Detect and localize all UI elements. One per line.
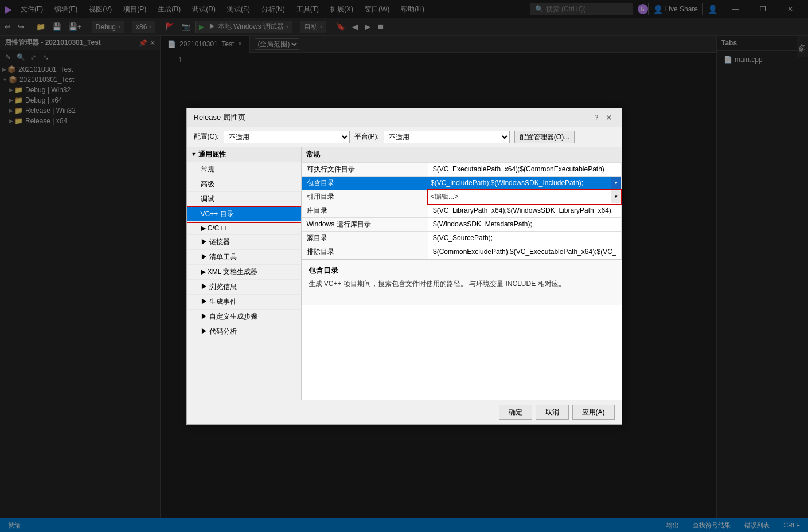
prop-row-exclude-dirs[interactable]: 排除目录 $(CommonExcludePath);$(VC_Executabl… (302, 245, 621, 259)
expand-icon-xml: ▶ (201, 268, 208, 276)
prop-row-ref-dirs[interactable]: 引用目录 <编辑...> ▾ (302, 190, 621, 204)
prop-name-include-dirs: 包含目录 (302, 176, 428, 190)
tree-item-browse-label: 浏览信息 (209, 283, 237, 291)
property-description: 包含目录 生成 VC++ 项目期间，搜索包含文件时使用的路径。 与环境变量 IN… (302, 259, 622, 305)
ref-dirs-value: <编辑...> (428, 191, 611, 203)
tree-item-vc-dirs[interactable]: VC++ 目录 (187, 207, 301, 222)
expand-icon-linker: ▶ (201, 238, 209, 246)
modal-titlebar: Release 屈性页 ? ✕ (187, 108, 622, 127)
prop-name-exclude-dirs: 排除目录 (302, 245, 428, 259)
modal-overlay[interactable]: Release 屈性页 ? ✕ 配置(C): 不适用 平台(P): 不适用 配置… (0, 0, 808, 532)
config-dropdown[interactable]: 不适用 (224, 131, 350, 143)
tree-item-manifest[interactable]: ▶ 清单工具 (187, 250, 301, 265)
prop-row-win-rt-dirs[interactable]: Windows 运行库目录 $(WindowsSDK_MetadataPath)… (302, 217, 621, 231)
tree-item-advanced-label: 高级 (201, 180, 214, 188)
ref-dirs-edit-cell: <编辑...> ▾ (428, 190, 621, 203)
prop-value-include-dirs[interactable]: $(VC_IncludePath);$(WindowsSDK_IncludePa… (428, 176, 622, 190)
group-arrow: ▼ (192, 151, 197, 157)
prop-value-ref-dirs[interactable]: <编辑...> ▾ (428, 190, 622, 204)
tree-item-cpp-label: C/C++ (208, 224, 228, 232)
prop-row-lib-dirs[interactable]: 库目录 $(VC_LibraryPath_x64);$(WindowsSDK_L… (302, 204, 621, 217)
property-table: 可执行文件目录 $(VC_ExecutablePath_x64);$(Commo… (302, 162, 622, 259)
tree-item-advanced[interactable]: 高级 (187, 177, 301, 192)
property-tree: ▼ 通用屈性 常规 高级 调试 VC++ 目录 ▶ C/C++ (187, 147, 302, 400)
modal-title: Release 屈性页 (194, 112, 595, 123)
prop-name-win-rt-dirs: Windows 运行库目录 (302, 217, 428, 231)
modal-help-button[interactable]: ? (594, 113, 598, 122)
modal-body: ▼ 通用屈性 常规 高级 调试 VC++ 目录 ▶ C/C++ (187, 147, 622, 400)
tree-item-build-events[interactable]: ▶ 生成事件 (187, 295, 301, 310)
ok-button[interactable]: 确定 (499, 405, 532, 420)
tree-item-custom-label: 自定义生成步骤 (209, 312, 257, 320)
property-values-panel: 常规 可执行文件目录 $(VC_ExecutablePath_x64);$(Co… (302, 147, 622, 400)
tree-group-common[interactable]: ▼ 通用屈性 (187, 147, 301, 162)
expand-icon-code: ▶ (201, 327, 209, 335)
prop-name-src-dirs: 源目录 (302, 231, 428, 245)
prop-value-exclude-dirs[interactable]: $(CommonExcludePath);$(VC_ExecutablePath… (428, 245, 622, 259)
tree-item-code-label: 代码分析 (209, 327, 237, 335)
tree-item-xml-label: XML 文档生成器 (208, 268, 258, 276)
tree-item-general[interactable]: 常规 (187, 162, 301, 177)
properties-section-header: 常规 (302, 147, 622, 162)
prop-row-include-dirs[interactable]: 包含目录 $(VC_IncludePath);$(WindowsSDK_Incl… (302, 176, 621, 190)
prop-value-win-rt-dirs[interactable]: $(WindowsSDK_MetadataPath); (428, 217, 622, 231)
prop-value-lib-dirs[interactable]: $(VC_LibraryPath_x64);$(WindowsSDK_Libra… (428, 204, 622, 217)
modal-config-row: 配置(C): 不适用 平台(P): 不适用 配置管理器(O)... (187, 127, 622, 147)
ref-dirs-dropdown-btn[interactable]: ▾ (611, 190, 621, 203)
desc-text: 生成 VC++ 项目期间，搜索包含文件时使用的路径。 与环境变量 INCLUDE… (309, 279, 615, 289)
platform-dropdown-modal[interactable]: 不适用 (384, 131, 510, 143)
tree-item-linker-label: 链接器 (209, 238, 230, 246)
tree-item-general-label: 常规 (201, 165, 214, 173)
prop-row-src-dirs[interactable]: 源目录 $(VC_SourcePath); (302, 231, 621, 245)
desc-title: 包含目录 (309, 265, 615, 276)
prop-value-src-dirs[interactable]: $(VC_SourcePath); (428, 231, 622, 245)
tree-item-xml[interactable]: ▶ XML 文档生成器 (187, 265, 301, 280)
cancel-button[interactable]: 取消 (536, 405, 569, 420)
tree-item-cpp[interactable]: ▶ C/C++ (187, 222, 301, 235)
tree-item-build-label: 生成事件 (209, 298, 237, 306)
prop-value-exe-dirs[interactable]: $(VC_ExecutablePath_x64);$(CommonExecuta… (428, 162, 622, 176)
expand-icon-build: ▶ (201, 298, 209, 306)
expand-icon-manifest: ▶ (201, 253, 209, 261)
tree-item-manifest-label: 清单工具 (209, 253, 237, 261)
prop-name-ref-dirs: 引用目录 (302, 190, 428, 204)
tree-item-linker[interactable]: ▶ 链接器 (187, 235, 301, 250)
config-manager-button[interactable]: 配置管理器(O)... (514, 131, 575, 143)
tree-item-browse[interactable]: ▶ 浏览信息 (187, 280, 301, 295)
include-dirs-edit-cell: $(VC_IncludePath);$(WindowsSDK_IncludePa… (428, 177, 621, 189)
tree-item-code-analysis[interactable]: ▶ 代码分析 (187, 324, 301, 339)
tree-item-custom-build[interactable]: ▶ 自定义生成步骤 (187, 310, 301, 324)
prop-row-exe-dirs[interactable]: 可执行文件目录 $(VC_ExecutablePath_x64);$(Commo… (302, 162, 621, 176)
platform-label-modal: 平台(P): (354, 132, 379, 142)
property-pages-dialog: Release 屈性页 ? ✕ 配置(C): 不适用 平台(P): 不适用 配置… (186, 108, 622, 425)
apply-button[interactable]: 应用(A) (572, 405, 615, 420)
include-dirs-dropdown-btn[interactable]: ▾ (611, 177, 621, 189)
config-label: 配置(C): (194, 132, 219, 142)
include-dirs-value: $(VC_IncludePath);$(WindowsSDK_IncludePa… (428, 178, 611, 188)
modal-footer: 确定 取消 应用(A) (187, 400, 622, 424)
tree-item-vc-label: VC++ 目录 (201, 210, 234, 218)
expand-icon-browse: ▶ (201, 283, 209, 291)
group-label: 通用屈性 (198, 150, 226, 159)
prop-name-exe-dirs: 可执行文件目录 (302, 162, 428, 176)
tree-item-debug-label: 调试 (201, 195, 214, 203)
expand-icon-cpp: ▶ (201, 224, 208, 232)
modal-close-button[interactable]: ✕ (603, 112, 615, 123)
prop-name-lib-dirs: 库目录 (302, 204, 428, 217)
expand-icon-custom: ▶ (201, 312, 209, 320)
tree-item-debug[interactable]: 调试 (187, 192, 301, 207)
